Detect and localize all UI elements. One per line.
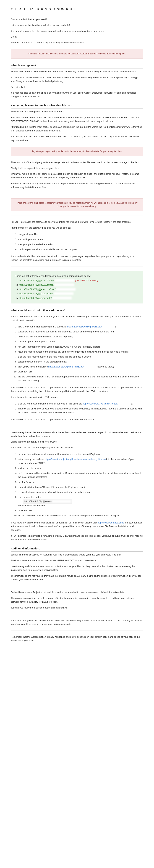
intro-p4: Great! (11, 35, 143, 39)
clear-p2: Your files have been encrypted with the … (11, 116, 143, 123)
step-item: take a look at the first address (in thi… (18, 324, 143, 329)
intro-p1: Cannot you find the files you need? (11, 18, 143, 21)
unf-p4: If you have any problems during installa… (11, 521, 143, 532)
clear-p3: After reading this text the most part of… (11, 125, 143, 133)
step-item: move the mouse cursor to the address bar… (18, 349, 143, 354)
example-addr-link[interactable]: http://52uo5k3t73ypjije.p4x7r6.top/XXXX-… (66, 325, 115, 328)
step-item: click the left mouse button on the first… (18, 401, 143, 406)
info-p1: For your information the software to dec… (11, 220, 143, 224)
unf-p1: Unfortunately these sites are short-term… (11, 431, 143, 438)
address-item: http://52uo5k3t73ypjije.6w0ff8.top/XXXX-… (19, 283, 139, 287)
clear-heading: Everything is clear for me but what shou… (11, 104, 143, 108)
proj-p2: The project is created for the sole purp… (11, 596, 143, 604)
step-item: wait for the site loading; (18, 466, 143, 471)
step-item: select the button "Insert" in the appear… (18, 359, 143, 364)
step-item: run your Internet browser (if you do not… (18, 452, 143, 457)
add-p1: You will find the instructions for resto… (11, 553, 143, 557)
addresses-box: There is a list of temporary addresses t… (11, 271, 143, 303)
add-p2: The instructions are made in two file fo… (11, 559, 143, 562)
address-item: http://52uo5k3t73ypjije.onion.to/XXXX-XX… (19, 296, 139, 301)
unf-p3: If you need our help but the temporary s… (11, 446, 143, 450)
step-item: press ENTER; (18, 369, 143, 374)
enc-p1: Encryption is a reversible modification … (11, 70, 143, 74)
do-p4: If for some reason the site cannot be op… (11, 418, 143, 422)
info-p3: If you understand all importance of the … (11, 254, 143, 262)
address-link-3[interactable]: http://52uo5k3t73ypjije.ex2rxu5.top/XXXX… (19, 288, 76, 291)
step-item: the site should be loaded; if it is not … (18, 374, 143, 383)
address-item: http://52uo5k3t73ypjije.p4x7r6.top/XXXX-… (19, 278, 139, 283)
divider (11, 426, 143, 426)
clear-p4: It is necessary to realize that we are t… (11, 135, 143, 142)
address-link-1[interactable]: http://52uo5k3t73ypjije.p4x7r6.top/XXXX-… (19, 279, 74, 282)
warning-box-3: There are several plain steps to restore… (11, 198, 143, 211)
address-link-4[interactable]: http://52uo5k3t73ypjije.v1z5a.top/XXXX-X… (19, 292, 73, 295)
enc-p3: But not only it. (11, 85, 143, 89)
addresses-intro: There is a list of temporary addresses t… (15, 274, 139, 278)
document-container: CERBER RANSOMWARE Cannot you find the fi… (0, 0, 154, 652)
aw2-p3: When you make a puzzle, but some items a… (11, 172, 143, 180)
add-p4: The instructions are not viruses; they h… (11, 574, 143, 582)
step-item: then you will see the address http://52u… (18, 364, 143, 369)
address-item: http://52uo5k3t73ypjije.ex2rxu5.top/XXXX… (19, 287, 139, 292)
address-link-2[interactable]: http://52uo5k3t73ypjije.6w0ff8.top/XXXX-… (19, 283, 74, 286)
step-item: select "Copy" in the appeared menu; (18, 339, 143, 344)
proj-p3: Together we make the Internet a better a… (11, 606, 143, 610)
tor-download-link[interactable]: https://www.torproject.org/download/down… (45, 458, 105, 461)
aw2-p2: Finally it will be impossible to decrypt… (11, 166, 143, 170)
page-title: CERBER RANSOMWARE (11, 7, 143, 14)
example-addr-link[interactable]: http://52uo5k3t73ypjije.p4x7r6.top/XXXX-… (83, 402, 131, 405)
step-item: run Tor Browser; (18, 480, 143, 485)
benefit-item: continue your usual and comfortable work… (18, 247, 143, 252)
addresses-list: http://52uo5k3t73ypjije.p4x7r6.top/XXXX-… (19, 278, 139, 300)
step-item: click the right mouse button in the fiel… (18, 354, 143, 359)
step-item: connect with the button "Connect" (if yo… (18, 485, 143, 490)
intro-p3: It is normal because the files' names, a… (11, 29, 143, 33)
step-item: type or copy the address http://52uo5k3t… (18, 495, 143, 508)
do-p3: If you browse the instructions in HTML f… (11, 395, 143, 399)
step-item: the site should be loaded; if for some r… (18, 513, 143, 518)
address-item: http://52uo5k3t73ypjije.v1z5a.top/XXXX-X… (19, 291, 139, 296)
step-item: press ENTER; (18, 508, 143, 513)
example-addr-link[interactable]: http://52uo5k3t73ypjije.p4x7r6.top/XXXX-… (48, 365, 97, 368)
step-item: in a new tab or window of your web brows… (18, 406, 143, 415)
proj-p1: Cerber Ransomware Project is not malicio… (11, 591, 143, 594)
do-p1: If you read the instructions in TXT form… (11, 315, 143, 322)
add-p3: Unfortunately antivirus companies cannot… (11, 564, 143, 572)
benefits-list: decrypt all your files; work with your d… (18, 232, 143, 252)
do-p2: If for some reason the site cannot be op… (11, 386, 143, 393)
info-p2: After purchase of the software package y… (11, 226, 143, 230)
benefit-item: work with your documents; (18, 237, 143, 242)
youtube-link[interactable]: https://www.youtube.com/ (98, 521, 124, 524)
divider (11, 630, 143, 631)
step-item: a normal Internet browser window will be… (18, 490, 143, 495)
unf-p2: Unlike them we are ready to help you alw… (11, 440, 143, 444)
intro-p5: You have turned to be a part of a big co… (11, 41, 143, 44)
aw2-p4: You should realize that any intervention… (11, 182, 143, 189)
tor-steps: run your Internet browser (if you do not… (18, 452, 143, 518)
txt-steps: take a look at the first address (in thi… (18, 324, 143, 383)
step-item: enter or copy the address https://www.to… (18, 457, 143, 466)
step-item: on the site you will be offered to downl… (18, 471, 143, 479)
onion-address: http://52uo5k3t73ypjije.onion/XXXX-XXXX-… (23, 499, 72, 504)
divider (11, 266, 143, 267)
step-item: release the left mouse button and press … (18, 334, 143, 339)
clear-p1: The first step is reading these instruct… (11, 110, 143, 114)
end-p2: Remember that the worst situation alread… (11, 635, 143, 643)
new-address-label[interactable]: (Get a NEW address!) (75, 279, 98, 282)
address-link-5[interactable]: http://52uo5k3t73ypjije.onion.to/XXXX-XX… (19, 297, 72, 299)
step-item: run your Internet browser (if you do not… (18, 344, 143, 349)
encryption-heading: What is encryption? (11, 64, 143, 68)
html-steps: click the left mouse button on the first… (18, 401, 143, 415)
aw2-p1: The most part of the third-party softwar… (11, 161, 143, 164)
intro-p2: Is the content of the files that you loo… (11, 24, 143, 27)
end-p1: If you look through this text in the Int… (11, 619, 143, 626)
benefit-item: view your photos and other media; (18, 242, 143, 247)
enc-p4: It is required also to have the special … (11, 91, 143, 98)
benefit-item: decrypt all your files; (18, 232, 143, 237)
unf-p5: If TOR address is not available for a lo… (11, 534, 143, 541)
warning-box-1: If you are reading this message it means… (11, 49, 143, 59)
additional-heading: Additional information: (11, 547, 143, 552)
warning-box-2: Any attempts to get back your files with… (11, 147, 143, 156)
do-heading: What should you do with these addresses? (11, 309, 143, 313)
step-item: select it with the mouse cursor holding … (18, 329, 143, 334)
